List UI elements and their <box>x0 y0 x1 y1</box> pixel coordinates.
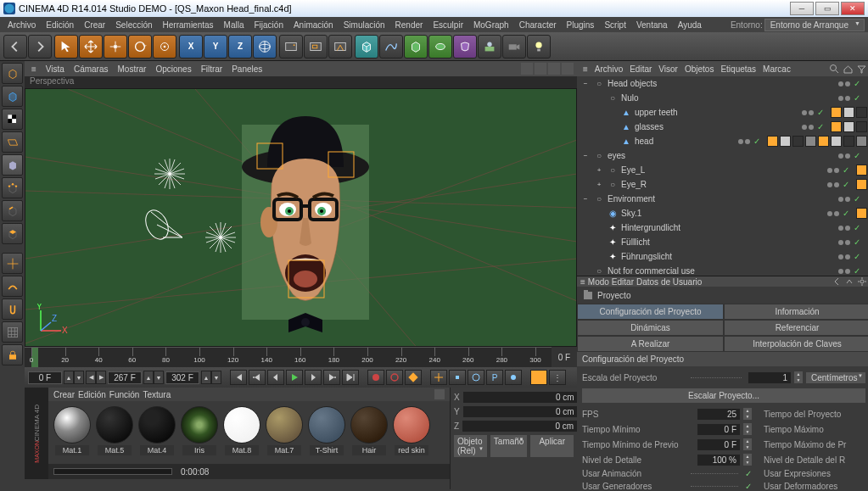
tree-toggle[interactable]: − <box>580 195 591 203</box>
visibility-dots[interactable] <box>838 197 850 202</box>
add-spline[interactable] <box>379 35 403 59</box>
attr-menu[interactable]: Editar <box>612 277 634 287</box>
material-item[interactable]: red skin <box>393 406 430 459</box>
minimize-button[interactable]: ─ <box>790 2 814 15</box>
menu-simulación[interactable]: Simulación <box>339 19 389 31</box>
filter-icon[interactable] <box>856 64 867 75</box>
vp-nav-icon[interactable] <box>521 63 533 75</box>
vp-nav-icon[interactable] <box>562 63 574 75</box>
tree-toggle[interactable]: − <box>580 152 591 159</box>
visibility-dots[interactable] <box>802 110 814 115</box>
coord-mode-dropdown[interactable]: Objeto (Rel) <box>454 435 487 457</box>
material-item[interactable]: Mat.5 <box>96 406 133 459</box>
3d-viewport[interactable]: Y X Z <box>25 88 577 347</box>
object-row[interactable]: + ○ Eye_L ✓ <box>577 163 868 177</box>
object-row[interactable]: + ○ Eye_R ✓ <box>577 177 868 192</box>
enable-check[interactable]: ✓ <box>817 108 824 117</box>
enable-check[interactable]: ✓ <box>854 266 860 276</box>
vp-menu-vista[interactable]: Vista <box>42 64 68 75</box>
vp-nav-icon[interactable] <box>548 63 560 75</box>
object-row[interactable]: ✦ Führungslicht ✓ <box>577 249 868 264</box>
material-item[interactable]: Mat.4 <box>138 406 176 459</box>
menu-herramientas[interactable]: Herramientas <box>159 19 218 31</box>
object-tag[interactable] <box>843 136 854 147</box>
timeline[interactable]: 0204060801001201401601802002202402602803… <box>25 347 577 367</box>
key-move[interactable] <box>430 370 447 385</box>
object-tag[interactable] <box>831 136 842 147</box>
menu-ventana[interactable]: Ventana <box>632 19 672 31</box>
attr-tab[interactable]: Información <box>724 304 868 320</box>
nav-back-icon[interactable] <box>832 276 842 287</box>
texture-mode[interactable] <box>2 109 23 130</box>
object-row[interactable]: ▲ upper teeth ✓ <box>577 105 868 120</box>
attr-checkbox[interactable]: ✓ <box>745 482 752 491</box>
obj-menu-editar[interactable]: Editar <box>627 64 654 75</box>
menu-edición[interactable]: Edición <box>42 19 78 31</box>
point-mode[interactable] <box>2 177 23 198</box>
key-param[interactable]: P <box>486 370 503 385</box>
workplane-mode[interactable] <box>2 131 23 153</box>
search-icon[interactable] <box>829 64 840 75</box>
material-item[interactable]: Iris <box>181 406 218 459</box>
add-camera[interactable] <box>502 35 526 59</box>
visibility-dots[interactable] <box>827 168 839 173</box>
key-rotate[interactable] <box>468 370 484 385</box>
object-row[interactable]: − ○ eyes ✓ <box>577 148 868 163</box>
object-tag[interactable] <box>780 136 791 147</box>
enable-check[interactable]: ✓ <box>854 252 860 261</box>
keyframe-sel[interactable] <box>405 370 422 385</box>
range-prev[interactable]: ◀ <box>86 371 96 384</box>
stepper-up[interactable]: ▲ <box>143 371 154 384</box>
maximize-button[interactable]: ▭ <box>815 2 839 15</box>
nav-up-icon[interactable] <box>844 276 854 287</box>
close-button[interactable]: ✕ <box>841 2 865 15</box>
stepper-up[interactable]: ▲ <box>64 371 74 384</box>
position-Y[interactable] <box>463 406 578 417</box>
menu-animación[interactable]: Animación <box>289 19 338 31</box>
vp-hamburger-icon[interactable]: ≡ <box>28 64 40 75</box>
y-axis-lock[interactable]: Y <box>204 35 227 59</box>
visibility-dots[interactable] <box>838 254 850 259</box>
range-next[interactable]: ▶ <box>96 371 106 384</box>
menu-ayuda[interactable]: Ayuda <box>674 19 706 31</box>
menu-archivo[interactable]: Archivo <box>3 19 40 31</box>
object-tag[interactable] <box>843 121 854 132</box>
enable-check[interactable]: ✓ <box>854 194 860 204</box>
material-item[interactable]: Mat.7 <box>266 406 303 459</box>
scale-project-button[interactable]: Escalar Proyecto... <box>582 388 865 403</box>
snap-enable[interactable] <box>2 299 23 320</box>
object-tag[interactable] <box>831 121 842 132</box>
vp-menu-filtrar[interactable]: Filtrar <box>198 64 227 75</box>
edge-mode[interactable] <box>2 200 23 221</box>
mat-menu-función[interactable]: Función <box>109 390 140 399</box>
redo-button[interactable] <box>28 35 52 59</box>
tree-toggle[interactable]: − <box>580 80 591 87</box>
scale-tool[interactable] <box>104 35 127 59</box>
attr-value[interactable]: 0 F <box>697 439 740 450</box>
next-frame[interactable] <box>305 370 322 385</box>
snap-settings[interactable] <box>2 321 23 343</box>
x-axis-lock[interactable]: X <box>179 35 203 59</box>
object-tag[interactable] <box>856 208 867 219</box>
locked-workplane[interactable] <box>2 344 23 365</box>
prev-frame[interactable] <box>267 370 284 385</box>
rotate-tool[interactable] <box>128 35 152 59</box>
stepper-down[interactable]: ▼ <box>74 371 84 384</box>
add-deformer[interactable] <box>453 35 477 59</box>
render-region[interactable] <box>304 35 328 59</box>
add-light[interactable] <box>527 35 551 59</box>
enable-check[interactable]: ✓ <box>753 137 760 146</box>
select-tool[interactable] <box>54 35 78 59</box>
position-X[interactable] <box>463 392 578 403</box>
timeline-marker[interactable] <box>530 370 547 385</box>
menu-script[interactable]: Script <box>600 19 630 31</box>
settings-icon[interactable] <box>857 276 867 287</box>
attr-hamburger-icon[interactable]: ≡ <box>580 277 585 287</box>
visibility-dots[interactable] <box>838 96 850 101</box>
menu-fijación[interactable]: Fijación <box>249 19 287 31</box>
object-tag[interactable] <box>818 136 829 147</box>
attr-value[interactable]: 25 <box>697 409 740 420</box>
key-pla[interactable] <box>505 370 522 385</box>
obj-hamburger-icon[interactable]: ≡ <box>580 64 591 75</box>
vp-menu-opciones[interactable]: Opciones <box>152 64 194 75</box>
